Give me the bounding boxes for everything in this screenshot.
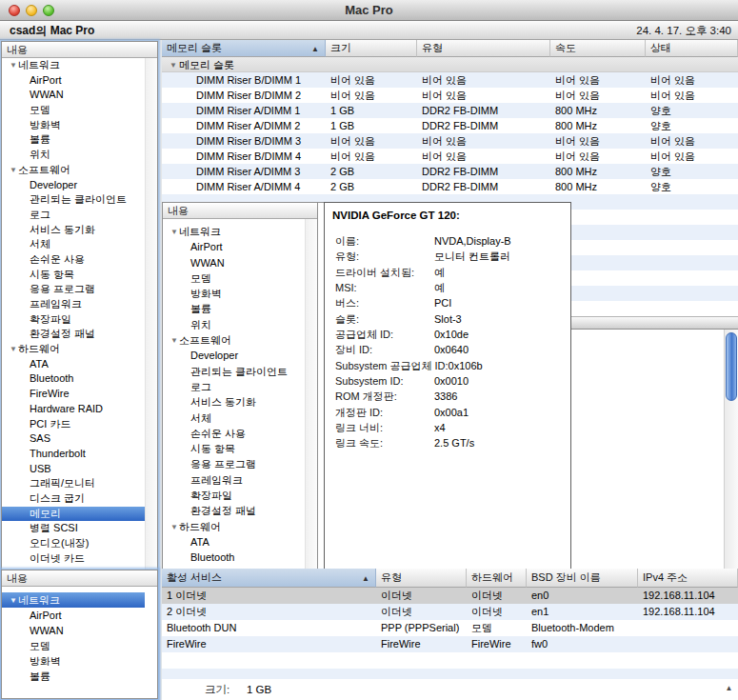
table-row[interactable]: DIMM Riser B/DIMM 1비어 있음비어 있음비어 있음비어 있음 — [162, 72, 738, 88]
sidebar-item[interactable]: FireWire — [2, 387, 145, 402]
sidebar-item[interactable]: ▼네트워크 — [2, 58, 145, 73]
network-sidebar-header[interactable]: 내용 — [2, 570, 157, 587]
overlay-sidebar-header[interactable]: 내용 — [163, 203, 317, 219]
disclosure-triangle-icon[interactable]: ▼ — [8, 163, 18, 178]
titlebar[interactable]: Mac Pro — [0, 0, 738, 21]
sidebar-item[interactable]: 손쉬운 사용 — [2, 252, 145, 268]
sidebar-item[interactable]: 병렬 SCSI — [2, 521, 145, 536]
sidebar-item[interactable]: 관리되는 클라이언트 — [2, 192, 145, 208]
sidebar-item[interactable]: 응용 프로그램 — [2, 282, 145, 297]
table-row[interactable]: DIMM Riser A/DIMM 11 GBDDR2 FB-DIMM800 M… — [162, 103, 738, 118]
sidebar-item[interactable]: 응용 프로그램 — [163, 456, 305, 471]
table-row[interactable]: FireWireFireWireFireWirefw0 — [162, 636, 738, 652]
sidebar-item[interactable]: 모뎀 — [163, 270, 305, 286]
sidebar-item[interactable]: 서체 — [2, 237, 145, 252]
sidebar-item[interactable]: ▼네트워크 — [2, 592, 145, 608]
column-header[interactable]: 유형 — [417, 40, 550, 57]
sidebar-item[interactable]: ATA — [2, 357, 145, 372]
sidebar-item[interactable]: Bluetooth — [163, 550, 305, 565]
sidebar-item[interactable]: 로그 — [2, 208, 145, 223]
sidebar-item[interactable]: PCI 카드 — [2, 417, 145, 432]
column-header[interactable]: 크기 — [326, 40, 417, 57]
sidebar-item[interactable]: ▼하드웨어 — [2, 342, 145, 357]
sidebar-item[interactable]: 볼륨 — [2, 132, 145, 148]
sidebar-item[interactable]: 디스크 굽기 — [2, 491, 145, 507]
sidebar-item[interactable]: SAS — [2, 431, 145, 447]
sidebar-item[interactable]: ▼소프트웨어 — [2, 163, 145, 178]
sidebar-item[interactable]: 확장파일 — [163, 488, 305, 503]
sidebar-item[interactable]: 시동 항목 — [2, 268, 145, 283]
sidebar-item[interactable]: 방화벽 — [163, 286, 305, 301]
sidebar-item[interactable]: ▼하드웨어 — [163, 519, 305, 534]
disclosure-triangle-icon[interactable]: ▼ — [169, 333, 179, 348]
sidebar-item[interactable]: Hardware RAID — [2, 402, 145, 417]
sidebar-item[interactable]: AirPort — [163, 239, 305, 254]
sidebar-item[interactable]: 볼륨 — [2, 669, 145, 684]
sidebar-item[interactable]: WWAN — [163, 255, 305, 270]
disclosure-triangle-icon[interactable]: ▼ — [169, 225, 179, 239]
sidebar-item[interactable]: 서비스 동기화 — [163, 394, 305, 410]
sidebar-item[interactable]: Bluetooth — [2, 371, 145, 387]
disclosure-triangle-icon[interactable]: ▼ — [8, 593, 18, 608]
sidebar-item[interactable]: 손쉬운 사용 — [163, 426, 305, 441]
disclosure-triangle-icon[interactable]: ▼ — [8, 58, 18, 73]
sidebar-item[interactable]: 환경설정 패널 — [2, 327, 145, 342]
sidebar-item[interactable]: 모뎀 — [2, 103, 145, 118]
disclosure-triangle-icon[interactable]: ▼ — [169, 520, 179, 534]
column-header[interactable]: BSD 장비 이름 — [527, 569, 638, 588]
disclosure-triangle-icon[interactable]: ▼ — [8, 342, 18, 357]
sidebar-item[interactable]: 프레임워크 — [2, 297, 145, 312]
sidebar-item[interactable]: 볼륨 — [163, 301, 305, 316]
sidebar-item[interactable]: 위치 — [2, 148, 145, 163]
sidebar-item[interactable]: 서체 — [163, 410, 305, 426]
sidebar-item[interactable]: AirPort — [2, 73, 145, 89]
scrollbar-track[interactable] — [724, 330, 738, 571]
disclosure-triangle-icon[interactable]: ▼ — [168, 58, 179, 71]
sidebar-item[interactable]: 로그 — [163, 379, 305, 394]
sidebar-item[interactable]: 위치 — [163, 317, 305, 332]
sidebar-item[interactable]: USB — [2, 462, 145, 477]
scroll-up-arrow-icon[interactable]: ▲ — [723, 682, 735, 694]
table-row[interactable]: DIMM Riser B/DIMM 2비어 있음비어 있음비어 있음비어 있음 — [162, 88, 738, 103]
sidebar-item[interactable]: 메모리 — [2, 507, 145, 522]
column-header[interactable]: 활성 서비스▲ — [162, 569, 376, 588]
column-header[interactable]: 메모리 슬롯▲ — [162, 40, 326, 57]
sidebar-item[interactable]: 이더넷 카드 — [2, 551, 145, 567]
sidebar-item[interactable]: 모뎀 — [2, 638, 145, 653]
sidebar-item[interactable]: WWAN — [2, 623, 145, 638]
sidebar-item[interactable]: 오디오(내장) — [2, 536, 145, 551]
table-row[interactable]: DIMM Riser A/DIMM 42 GBDDR2 FB-DIMM800 M… — [162, 179, 738, 194]
column-header[interactable]: 하드웨어 — [467, 569, 527, 588]
sidebar-item[interactable]: 환경설정 패널 — [163, 503, 305, 518]
sidebar-item[interactable]: ▼네트워크 — [163, 224, 305, 239]
table-row[interactable]: 1 이더넷이더넷이더넷en0192.168.11.104 — [162, 588, 738, 604]
contents-sidebar-header[interactable]: 내용 — [2, 42, 157, 58]
column-header[interactable]: IPv4 주소 — [638, 569, 738, 588]
sidebar-item[interactable]: 방화벽 — [2, 653, 145, 669]
sidebar-item[interactable]: ▼소프트웨어 — [163, 332, 305, 348]
table-row[interactable]: DIMM Riser B/DIMM 4비어 있음비어 있음비어 있음비어 있음 — [162, 149, 738, 164]
sidebar-item[interactable]: 시동 항목 — [163, 441, 305, 456]
table-row[interactable]: DIMM Riser A/DIMM 32 GBDDR2 FB-DIMM800 M… — [162, 164, 738, 179]
table-row[interactable]: Bluetooth DUNPPP (PPPSerial)모뎀Bluetooth-… — [162, 620, 738, 636]
column-header[interactable]: 유형 — [376, 569, 467, 588]
sidebar-item[interactable]: 그래픽/모니터 — [2, 476, 145, 491]
sidebar-item[interactable]: 관리되는 클라이언트 — [163, 364, 305, 379]
sidebar-item[interactable]: 확장파일 — [2, 312, 145, 328]
overlay-scrollbar-track[interactable] — [305, 219, 317, 570]
sidebar-item[interactable]: 방화벽 — [2, 118, 145, 133]
sidebar-item[interactable]: WWAN — [2, 88, 145, 103]
sidebar-item[interactable]: AirPort — [2, 608, 145, 623]
table-row[interactable]: DIMM Riser A/DIMM 21 GBDDR2 FB-DIMM800 M… — [162, 118, 738, 133]
scrollbar-thumb[interactable] — [726, 332, 737, 401]
sidebar-item[interactable]: Developer — [163, 348, 305, 363]
sidebar-item[interactable]: ATA — [163, 534, 305, 550]
sidebar-item[interactable]: 서비스 동기화 — [2, 223, 145, 238]
sidebar-item[interactable]: Developer — [2, 178, 145, 193]
table-row[interactable]: DIMM Riser B/DIMM 3비어 있음비어 있음비어 있음비어 있음 — [162, 133, 738, 149]
memory-group-row[interactable]: ▼메모리 슬롯 — [162, 57, 738, 72]
table-row[interactable]: 2 이더넷이더넷이더넷en1192.168.11.104 — [162, 604, 738, 620]
column-header[interactable]: 상태 — [646, 40, 738, 57]
sidebar-item[interactable]: Thunderbolt — [2, 447, 145, 462]
sidebar-item[interactable]: 프레임워크 — [163, 472, 305, 488]
